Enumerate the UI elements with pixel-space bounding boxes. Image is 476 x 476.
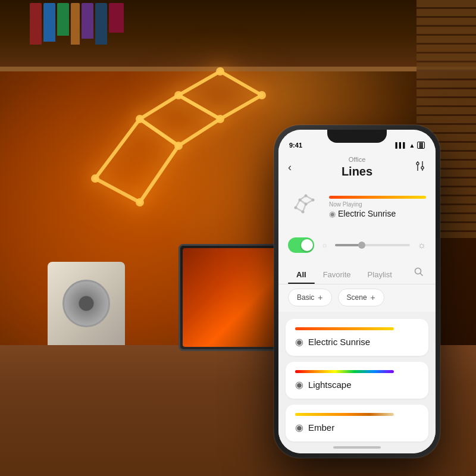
svg-point-20 bbox=[416, 162, 419, 165]
now-playing-info: Now Playing ◉ Electric Sunrise bbox=[329, 196, 426, 218]
settings-button[interactable] bbox=[414, 160, 426, 174]
svg-point-16 bbox=[136, 115, 144, 123]
lightscape-name: Lightscape bbox=[308, 380, 352, 390]
now-playing-label: Now Playing bbox=[329, 201, 426, 208]
book bbox=[57, 3, 69, 36]
book bbox=[82, 3, 93, 39]
basic-plus: + bbox=[318, 293, 322, 302]
svg-point-13 bbox=[216, 67, 224, 76]
wifi-icon: ▲ bbox=[409, 142, 415, 149]
svg-point-12 bbox=[174, 91, 183, 99]
svg-line-0 bbox=[178, 71, 220, 95]
app-header: ‹ Office Lines bbox=[278, 151, 436, 183]
svg-point-37 bbox=[305, 202, 308, 205]
svg-point-36 bbox=[312, 198, 315, 201]
svg-line-5 bbox=[178, 95, 220, 119]
book bbox=[30, 3, 42, 45]
header-title: Lines bbox=[342, 164, 372, 178]
tab-all[interactable]: All bbox=[288, 265, 315, 284]
ember-bar bbox=[295, 413, 394, 416]
svg-point-39 bbox=[302, 210, 305, 213]
svg-line-9 bbox=[140, 119, 178, 146]
header-center: Office Lines bbox=[342, 156, 372, 178]
svg-point-38 bbox=[295, 206, 298, 209]
tabs-row: All Favorite Playlist bbox=[278, 258, 436, 284]
status-time: 9:41 bbox=[289, 142, 302, 149]
svg-point-23 bbox=[421, 167, 424, 169]
svg-point-19 bbox=[136, 198, 144, 206]
electric-sunrise-name: Electric Sunrise bbox=[308, 337, 370, 347]
speaker bbox=[48, 262, 125, 357]
scenes-list: ◉ Electric Sunrise ◉ Lightscape bbox=[278, 312, 436, 453]
scene-card-electric-sunrise[interactable]: ◉ Electric Sunrise bbox=[286, 319, 428, 356]
scene-card-bottom: ◉ Electric Sunrise bbox=[295, 336, 419, 347]
scene-card-bottom: ◉ Lightscape bbox=[295, 379, 419, 390]
brightness-low-icon: ☼ bbox=[321, 241, 328, 249]
basic-category[interactable]: Basic + bbox=[288, 289, 332, 306]
svg-line-4 bbox=[140, 95, 178, 119]
phone-outer: 9:41 ▌▌▌ ▲ ▓ ‹ Office Lines bbox=[274, 125, 440, 458]
power-toggle[interactable] bbox=[288, 237, 314, 253]
svg-line-11 bbox=[95, 178, 140, 202]
tab-favorite[interactable]: Favorite bbox=[315, 265, 359, 284]
scene-label: Scene bbox=[347, 293, 367, 302]
bookshelf bbox=[30, 3, 124, 45]
phone-screen: 9:41 ▌▌▌ ▲ ▓ ‹ Office Lines bbox=[278, 130, 436, 453]
toggle-knob bbox=[301, 239, 313, 251]
drop-icon: ◉ bbox=[329, 209, 336, 218]
book bbox=[95, 3, 107, 45]
scene-drop-icon: ◉ bbox=[295, 379, 303, 390]
status-icons: ▌▌▌ ▲ ▓ bbox=[395, 142, 425, 149]
scene-card-lightscape[interactable]: ◉ Lightscape bbox=[286, 362, 428, 399]
effect-name: Electric Sunrise bbox=[338, 209, 396, 218]
search-button[interactable] bbox=[412, 262, 426, 284]
svg-line-41 bbox=[421, 274, 423, 276]
lightscape-bar bbox=[295, 370, 394, 373]
controls-row: ☼ ☼ bbox=[278, 232, 436, 258]
battery-icon: ▓ bbox=[417, 142, 425, 149]
scene-drop-icon: ◉ bbox=[295, 336, 303, 347]
svg-point-14 bbox=[258, 91, 266, 99]
electric-sunrise-bar bbox=[295, 327, 394, 330]
categories-row: Basic + Scene + bbox=[278, 286, 436, 309]
book bbox=[43, 3, 55, 42]
brightness-high-icon: ☼ bbox=[417, 240, 426, 250]
phone-notch bbox=[327, 130, 387, 143]
phone: 9:41 ▌▌▌ ▲ ▓ ‹ Office Lines bbox=[274, 125, 440, 458]
svg-line-1 bbox=[220, 71, 262, 95]
scene-category[interactable]: Scene + bbox=[338, 289, 384, 306]
book bbox=[71, 3, 80, 45]
effect-color-bar bbox=[329, 196, 426, 199]
svg-point-35 bbox=[305, 194, 308, 197]
svg-point-34 bbox=[299, 198, 302, 201]
book bbox=[109, 3, 124, 33]
header-subtitle: Office bbox=[342, 156, 372, 164]
now-playing-effect: ◉ Electric Sunrise bbox=[329, 209, 426, 218]
ember-name: Ember bbox=[308, 422, 334, 433]
svg-point-18 bbox=[91, 174, 99, 183]
scene-drop-icon: ◉ bbox=[295, 422, 303, 433]
svg-point-15 bbox=[216, 115, 224, 123]
scene-card-bottom: ◉ Ember bbox=[295, 422, 419, 433]
speaker-grill bbox=[62, 280, 110, 327]
back-button[interactable]: ‹ bbox=[288, 161, 292, 174]
scene-card-ember[interactable]: ◉ Ember bbox=[286, 405, 428, 441]
svg-line-8 bbox=[95, 119, 140, 178]
now-playing-section: Now Playing ◉ Electric Sunrise bbox=[278, 183, 436, 231]
svg-point-17 bbox=[174, 142, 183, 150]
svg-line-6 bbox=[178, 119, 220, 146]
brightness-slider[interactable] bbox=[335, 244, 410, 246]
signal-icon: ▌▌▌ bbox=[395, 142, 406, 148]
scene-plus: + bbox=[371, 293, 375, 302]
svg-line-2 bbox=[220, 95, 262, 119]
home-indicator bbox=[333, 446, 381, 449]
device-icon bbox=[288, 191, 321, 224]
basic-label: Basic bbox=[297, 293, 314, 302]
tab-playlist[interactable]: Playlist bbox=[359, 265, 400, 284]
svg-line-10 bbox=[140, 146, 178, 202]
